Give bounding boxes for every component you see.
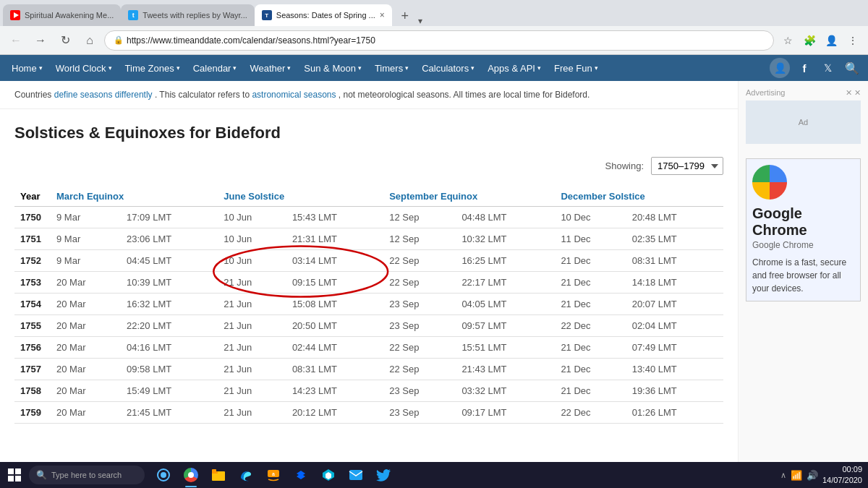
nav-apps-arrow: ▾ (537, 64, 541, 72)
taskbar-edge[interactable] (233, 462, 259, 488)
cell-june-time: 08:31 LMT (286, 359, 383, 380)
svg-marker-0 (14, 12, 19, 18)
twitter-icon[interactable]: 𝕏 (819, 59, 836, 77)
cell-year: 1755 (14, 315, 51, 337)
nav-timers[interactable]: Timers ▾ (369, 59, 414, 78)
url-input[interactable]: 🔒 https://www.timeanddate.com/calendar/s… (104, 30, 774, 51)
page-title: Solstices & Equinoxes for Bideford (14, 124, 723, 142)
tab-tweets[interactable]: t Tweets with replies by Wayr... (121, 4, 254, 26)
cell-dec-time: 13:40 LMT (626, 359, 723, 380)
nav-free-fun[interactable]: Free Fun ▾ (548, 59, 604, 78)
ad-banner: Ad (746, 100, 861, 144)
home-button[interactable]: ⌂ (80, 30, 100, 51)
tab-chevron-icon[interactable]: ▾ (415, 16, 425, 26)
tab-close-icon[interactable]: × (380, 10, 385, 20)
nav-weather[interactable]: Weather ▾ (244, 59, 297, 78)
nav-social: 👤 f 𝕏 🔍 (770, 58, 862, 78)
cell-dec-time: 08:31 LMT (626, 250, 723, 272)
cell-sep-date: 12 Sep (383, 228, 456, 250)
nav-time-zones[interactable]: Time Zones ▾ (119, 59, 186, 78)
year-range-select[interactable]: 1750–1799 1800–1849 (651, 157, 723, 175)
cell-march-date: 20 Mar (51, 337, 121, 359)
cell-march-date: 20 Mar (51, 294, 121, 315)
new-tab-button[interactable]: + (395, 6, 415, 26)
user-account-icon[interactable]: 👤 (770, 58, 790, 78)
cell-sep-time: 22:17 LMT (456, 272, 555, 294)
bookmark-icon[interactable]: ☆ (778, 31, 797, 50)
timeanddate-favicon: T (262, 10, 272, 20)
taskbar-cortana[interactable] (150, 462, 176, 488)
cell-dec-date: 21 Dec (555, 272, 626, 294)
cell-sep-date: 12 Sep (383, 207, 456, 228)
network-icon[interactable]: 📶 (789, 468, 804, 482)
info-banner: Countries define seasons differently . T… (0, 81, 738, 109)
cell-dec-time: 01:26 LMT (626, 402, 723, 424)
profile-icon[interactable]: 👤 (822, 31, 841, 50)
forward-button[interactable]: → (30, 30, 51, 51)
taskbar-overflow-icon[interactable]: ∧ (780, 471, 786, 480)
nav-home[interactable]: Home ▾ (6, 59, 48, 78)
taskbar-chrome[interactable] (178, 462, 204, 488)
table-header-row: Year March Equinox June Solstice Septemb… (14, 187, 723, 207)
nav-weather-arrow: ▾ (287, 64, 291, 72)
taskbar-amazon[interactable]: a (260, 462, 286, 488)
cell-sep-time: 16:25 LMT (456, 250, 555, 272)
taskbar-dropbox[interactable] (288, 462, 314, 488)
nav-calendar[interactable]: Calendar ▾ (187, 59, 243, 78)
svg-text:a: a (272, 471, 275, 476)
cell-sep-date: 22 Sep (383, 272, 456, 294)
cell-year: 1750 (14, 207, 51, 228)
cell-sep-date: 23 Sep (383, 380, 456, 402)
nav-calculators[interactable]: Calculators ▾ (416, 59, 480, 78)
col-june-header: June Solstice (218, 187, 383, 207)
cell-march-time: 09:58 LMT (121, 359, 218, 380)
chrome-desc: Chrome is a fast, secure and free browse… (752, 256, 854, 295)
taskbar-explorer[interactable] (205, 462, 231, 488)
cell-june-time: 20:12 LMT (286, 402, 383, 424)
cell-sep-time: 10:32 LMT (456, 228, 555, 250)
facebook-icon[interactable]: f (796, 59, 813, 77)
nav-calendar-label: Calendar (193, 63, 231, 74)
cell-june-time: 09:15 LMT (286, 272, 383, 294)
cell-sep-time: 09:57 LMT (456, 315, 555, 337)
cell-sep-date: 23 Sep (383, 402, 456, 424)
main-content: Countries define seasons differently . T… (0, 81, 738, 462)
cell-dec-time: 20:48 LMT (626, 207, 723, 228)
menu-icon[interactable]: ⋮ (843, 31, 862, 50)
ad-close-button[interactable]: ✕ ✕ (846, 88, 861, 98)
cell-year: 1758 (14, 380, 51, 402)
taskbar-search[interactable]: 🔍 Type here to search (29, 466, 145, 484)
nav-timers-arrow: ▾ (405, 64, 409, 72)
cell-dec-date: 22 Dec (555, 315, 626, 337)
astronomical-seasons-link[interactable]: astronomical seasons (252, 90, 336, 100)
taskbar-app6[interactable] (315, 462, 341, 488)
system-clock[interactable]: 00:09 14/07/2020 (822, 464, 862, 487)
cell-sep-date: 22 Sep (383, 250, 456, 272)
taskbar-mail[interactable] (343, 462, 369, 488)
cell-sep-time: 04:48 LMT (456, 207, 555, 228)
info-text-before: Countries (14, 90, 54, 100)
nav-world-clock[interactable]: World Clock ▾ (50, 59, 118, 78)
cell-sep-time: 03:32 LMT (456, 380, 555, 402)
tab-spiritual[interactable]: Spiritual Awakening Me... (3, 4, 121, 26)
extensions-icon[interactable]: 🧩 (800, 31, 819, 50)
nav-apps[interactable]: Apps & API ▾ (482, 59, 547, 78)
taskbar-twitter-app[interactable] (370, 462, 396, 488)
tab-bar: Spiritual Awakening Me... t Tweets with … (0, 0, 868, 26)
volume-icon[interactable]: 🔊 (805, 468, 820, 482)
back-button[interactable]: ← (6, 30, 26, 51)
google-circle-icon (752, 165, 787, 200)
tab-seasons[interactable]: T Seasons: Dates of Spring ... × (255, 4, 392, 26)
start-button[interactable] (3, 463, 26, 487)
search-button[interactable]: 🔍 (842, 58, 862, 78)
nav-calendar-arrow: ▾ (233, 64, 237, 72)
chrome-title: Google Chrome (752, 205, 854, 239)
nav-sun-moon[interactable]: Sun & Moon ▾ (298, 59, 367, 78)
cell-year: 1757 (14, 359, 51, 380)
cell-dec-time: 07:49 LMT (626, 337, 723, 359)
nav-world-clock-arrow: ▾ (109, 64, 112, 72)
define-seasons-link[interactable]: define seasons differently (54, 90, 153, 100)
cell-sep-date: 23 Sep (383, 315, 456, 337)
table-row: 1753 20 Mar 10:39 LMT 21 Jun 09:15 LMT 2… (14, 272, 723, 294)
refresh-button[interactable]: ↻ (55, 30, 75, 51)
